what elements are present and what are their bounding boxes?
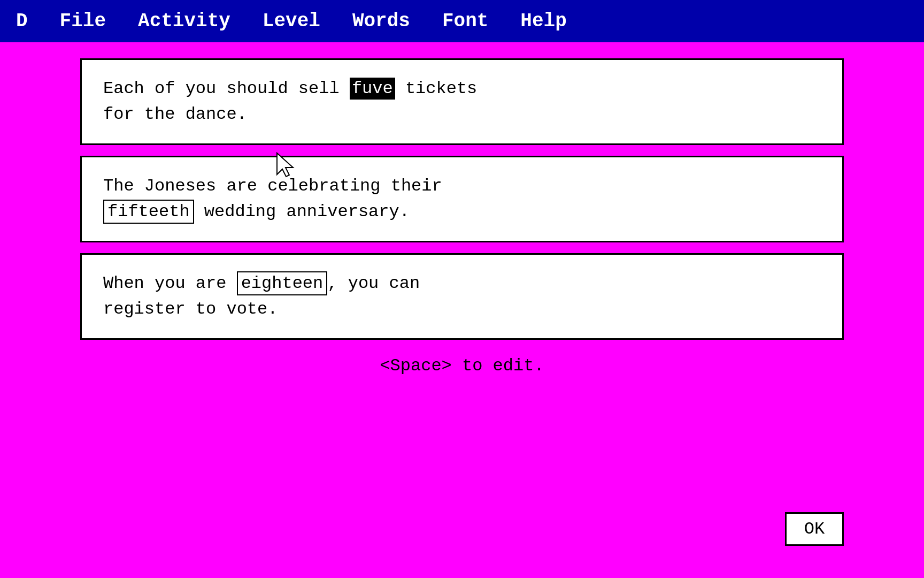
ok-button[interactable]: OK [785, 512, 844, 546]
sentence-3-before: When you are [103, 273, 237, 293]
menu-item-words[interactable]: Words [336, 5, 426, 37]
sentence-box-1: Each of you should sell fuve ticketsfor … [80, 58, 844, 145]
menu-item-level[interactable]: Level [247, 5, 336, 37]
menu-item-font[interactable]: Font [426, 5, 504, 37]
sentence-1-highlight: fuve [350, 78, 395, 100]
menu-bar: D File Activity Level Words Font Help [0, 0, 924, 42]
svg-marker-0 [277, 153, 293, 177]
sentence-1-before: Each of you should sell [103, 79, 350, 98]
main-content: Each of you should sell fuve ticketsfor … [0, 42, 924, 578]
mouse-cursor [274, 152, 296, 179]
sentence-2-highlight: fifteeth [103, 200, 194, 224]
sentence-box-2: The Joneses are celebrating theirfifteet… [80, 156, 844, 242]
sentence-box-3: When you are eighteen, you canregister t… [80, 253, 844, 340]
menu-item-file[interactable]: File [44, 5, 122, 37]
menu-item-help[interactable]: Help [504, 5, 582, 37]
menu-item-d[interactable]: D [11, 5, 44, 37]
sentence-2-after: wedding anniversary. [194, 202, 410, 222]
sentence-2-before: The Joneses are celebrating their [103, 176, 442, 196]
sentence-3-highlight: eighteen [237, 271, 328, 295]
menu-item-activity[interactable]: Activity [122, 5, 247, 37]
space-hint: <Space> to edit. [380, 356, 544, 376]
